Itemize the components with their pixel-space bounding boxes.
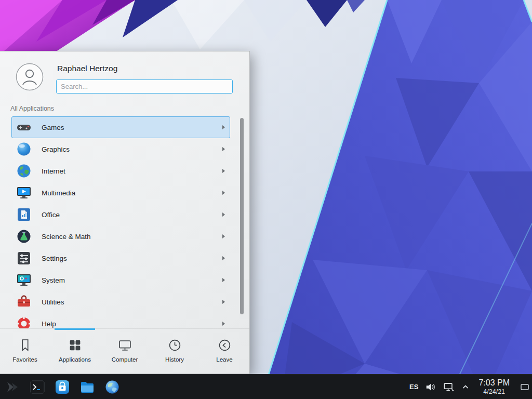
web-browser-icon[interactable] (104, 379, 121, 395)
clock-time: 7:03 PM (478, 378, 510, 388)
tab-label: Leave (216, 356, 232, 363)
category-label: Science & Math (42, 233, 213, 241)
file-manager-icon[interactable] (79, 379, 96, 395)
category-label: Internet (42, 167, 213, 175)
category-help[interactable]: Help (11, 313, 230, 328)
category-system[interactable]: System (11, 269, 230, 291)
header-right: Raphael Hertzog (56, 63, 233, 94)
tab-computer[interactable]: Computer (100, 329, 150, 374)
category-multimedia[interactable]: Multimedia (11, 182, 230, 204)
tab-applications[interactable]: Applications (50, 329, 100, 374)
graphics-orb-icon (16, 141, 32, 157)
launcher-header: Raphael Hertzog (0, 51, 249, 101)
digital-clock[interactable]: 7:03 PM 4/24/21 (476, 378, 512, 396)
chevron-right-icon (222, 256, 225, 260)
kde-launcher-icon[interactable] (4, 379, 21, 395)
discover-icon[interactable] (54, 379, 71, 395)
toolbox-icon (16, 294, 32, 310)
leave-icon (218, 338, 232, 352)
chevron-right-icon (222, 212, 225, 217)
category-label: Help (42, 320, 213, 328)
chevron-right-icon (222, 322, 225, 326)
category-graphics[interactable]: Graphics (11, 138, 230, 160)
tab-label: History (165, 356, 184, 363)
volume-icon[interactable] (425, 381, 436, 393)
keyboard-layout-indicator[interactable]: ES (409, 383, 418, 391)
category-label: Office (42, 211, 213, 219)
desktop: Raphael Hertzog All Applications Games G… (0, 0, 532, 399)
chevron-right-icon (222, 169, 225, 173)
tab-favorites[interactable]: Favorites (0, 329, 50, 374)
taskbar: ES 7:03 PM 4/24/21 (0, 374, 532, 399)
user-name: Raphael Hertzog (57, 64, 233, 73)
category-label: Games (42, 124, 213, 131)
show-desktop-button[interactable] (518, 375, 531, 399)
category-office[interactable]: Office (11, 204, 230, 225)
launcher-tabbar: Favorites Applications Computer History (0, 328, 249, 374)
clock-icon (168, 338, 182, 352)
konsole-icon[interactable] (29, 379, 46, 395)
grid-icon (68, 338, 82, 352)
lifebuoy-icon (16, 315, 32, 328)
flask-icon (16, 228, 32, 245)
system-monitor-icon (16, 272, 32, 288)
system-tray: ES 7:03 PM 4/24/21 (409, 375, 531, 399)
taskbar-left (4, 379, 121, 395)
avatar[interactable] (16, 63, 44, 91)
category-science-math[interactable]: Science & Math (11, 225, 230, 247)
chevron-right-icon (222, 278, 225, 282)
tab-label: Computer (112, 356, 138, 363)
category-label: Settings (42, 255, 213, 262)
tab-label: Favorites (12, 356, 37, 363)
sliders-icon (16, 250, 32, 267)
tab-label: Applications (59, 356, 91, 363)
chevron-right-icon (222, 234, 225, 238)
category-list: Games Graphics Internet (0, 116, 249, 328)
category-settings[interactable]: Settings (11, 247, 230, 269)
category-label: Multimedia (42, 189, 213, 197)
clock-date: 4/24/21 (483, 388, 505, 396)
bookmark-icon (18, 338, 32, 352)
application-launcher: Raphael Hertzog All Applications Games G… (0, 51, 250, 374)
monitor-play-icon (16, 184, 32, 201)
globe-icon (16, 163, 32, 179)
category-internet[interactable]: Internet (11, 160, 230, 182)
gamepad-icon (16, 119, 32, 136)
network-icon[interactable] (443, 381, 455, 393)
chevron-right-icon (222, 147, 225, 151)
search-input[interactable] (56, 79, 233, 94)
chevron-right-icon (222, 125, 225, 129)
category-games[interactable]: Games (11, 116, 230, 138)
category-utilities[interactable]: Utilities (11, 291, 230, 313)
document-chart-icon (16, 206, 32, 223)
section-label: All Applications (0, 101, 249, 116)
computer-icon (118, 338, 132, 352)
category-label: Graphics (42, 145, 213, 153)
chevron-right-icon (222, 300, 225, 304)
expand-tray-icon[interactable] (461, 383, 470, 391)
tab-leave[interactable]: Leave (200, 329, 249, 374)
category-label: Utilities (42, 298, 213, 306)
category-label: System (42, 276, 213, 284)
scrollbar-thumb[interactable] (240, 118, 244, 314)
tab-history[interactable]: History (150, 329, 200, 374)
chevron-right-icon (222, 191, 225, 195)
